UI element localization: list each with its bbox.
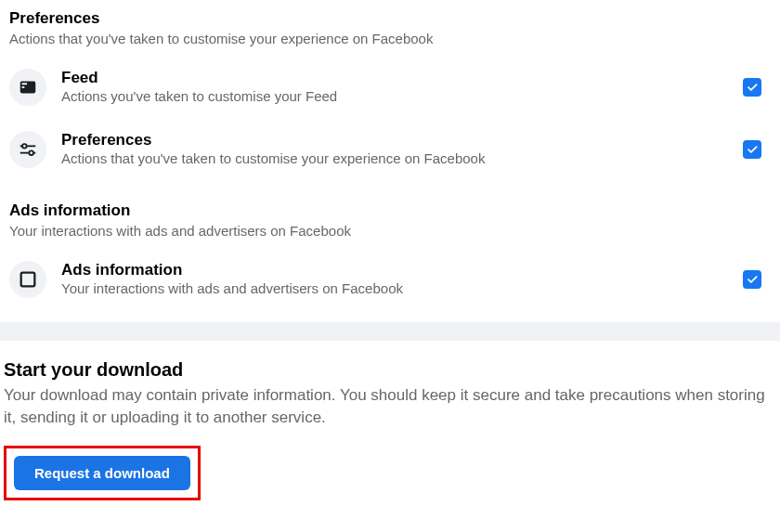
item-title: Feed: [61, 69, 728, 87]
section-desc: Actions that you've taken to customise y…: [9, 30, 771, 48]
section-desc: Your interactions with ads and advertise…: [9, 222, 771, 240]
section-preferences: Preferences Actions that you've taken to…: [0, 0, 780, 192]
item-desc: Actions you've taken to customise your F…: [61, 87, 728, 106]
ad-icon: [9, 261, 46, 298]
item-desc: Actions that you've taken to customise y…: [61, 149, 728, 168]
section-title: Ads information: [9, 201, 771, 220]
checkbox-ads[interactable]: [743, 270, 761, 289]
download-section: Start your download Your download may co…: [0, 341, 780, 519]
item-text: Feed Actions you've taken to customise y…: [61, 69, 728, 106]
separator-strip: [0, 322, 780, 341]
sliders-icon: [9, 131, 46, 168]
item-text: Preferences Actions that you've taken to…: [61, 131, 728, 168]
checkbox-feed[interactable]: [743, 78, 761, 97]
checkbox-preferences[interactable]: [743, 140, 761, 159]
download-title: Start your download: [4, 359, 776, 381]
download-desc: Your download may contain private inform…: [4, 384, 776, 429]
svg-rect-7: [21, 273, 35, 287]
item-title: Ads information: [61, 261, 728, 279]
svg-rect-2: [22, 86, 25, 88]
section-title: Preferences: [9, 9, 771, 28]
item-title: Preferences: [61, 131, 728, 149]
feed-icon: [9, 69, 46, 106]
svg-rect-1: [22, 84, 27, 85]
item-preferences[interactable]: Preferences Actions that you've taken to…: [9, 125, 771, 174]
item-feed[interactable]: Feed Actions you've taken to customise y…: [9, 63, 771, 111]
item-text: Ads information Your interactions with a…: [61, 261, 728, 298]
item-desc: Your interactions with ads and advertise…: [61, 279, 728, 298]
item-ads-information[interactable]: Ads information Your interactions with a…: [9, 255, 771, 304]
request-download-button[interactable]: Request a download: [14, 456, 190, 490]
svg-point-6: [29, 150, 33, 155]
svg-point-4: [22, 144, 27, 149]
highlight-annotation: Request a download: [4, 446, 201, 500]
section-ads: Ads information Your interactions with a…: [0, 192, 780, 323]
